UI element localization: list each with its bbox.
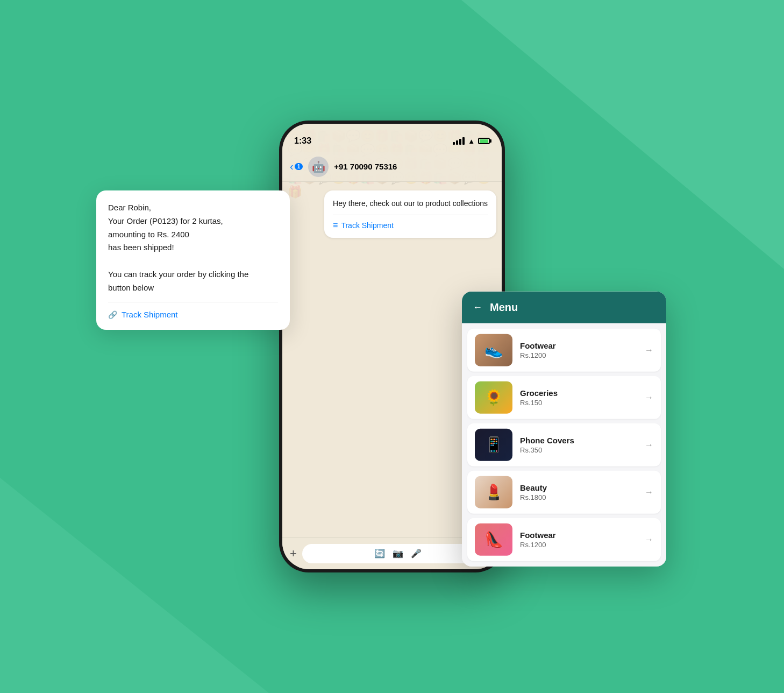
phone-covers-name: Phone Covers bbox=[520, 436, 637, 445]
footwear-1-info: Footwear Rs.1200 bbox=[520, 341, 637, 359]
greeting-line: Dear Robin, bbox=[108, 203, 151, 212]
order-line3: has been shipped! bbox=[108, 243, 174, 252]
signal-bar-3 bbox=[459, 139, 461, 145]
footwear-1-name: Footwear bbox=[520, 341, 637, 350]
avatar: 🤖 bbox=[308, 157, 329, 177]
status-icons: ▲ bbox=[453, 137, 490, 145]
battery-icon bbox=[478, 138, 490, 144]
menu-header: ← Menu bbox=[462, 292, 666, 323]
order-line5: You can track your order by clicking the bbox=[108, 270, 248, 279]
order-text: Dear Robin, Your Order (P0123) for 2 kur… bbox=[108, 201, 278, 294]
groceries-price: Rs.150 bbox=[520, 399, 637, 407]
groceries-name: Groceries bbox=[520, 388, 637, 398]
menu-card: ← Menu Footwear Rs.1200 → Groceries Rs.1… bbox=[462, 292, 666, 567]
back-button[interactable]: ‹ 1 bbox=[290, 160, 303, 173]
status-time: 1:33 bbox=[294, 136, 311, 146]
beauty-info: Beauty Rs.1800 bbox=[520, 483, 637, 501]
chat-bubble-1: Hey there, check out our to product coll… bbox=[324, 190, 496, 238]
notification-badge: 1 bbox=[295, 163, 303, 170]
list-icon: ≡ bbox=[333, 221, 338, 230]
menu-item-groceries[interactable]: Groceries Rs.150 → bbox=[467, 376, 661, 419]
signal-bar-4 bbox=[462, 137, 465, 145]
groceries-image bbox=[475, 381, 512, 414]
phone-covers-price: Rs.350 bbox=[520, 446, 637, 454]
beauty-name: Beauty bbox=[520, 483, 637, 492]
order-line1: Your Order (P0123) for 2 kurtas, bbox=[108, 216, 223, 225]
track-shipment-label-2: Track Shipment bbox=[122, 310, 177, 319]
signal-bar-2 bbox=[456, 140, 458, 145]
mic-icon: 🎤 bbox=[411, 548, 422, 558]
wifi-icon: ▲ bbox=[468, 137, 475, 145]
phone-covers-info: Phone Covers Rs.350 bbox=[520, 436, 637, 454]
phone-covers-arrow-icon: → bbox=[645, 440, 653, 450]
camera-icon: 📷 bbox=[393, 548, 403, 558]
sticker-icon: 🔄 bbox=[374, 548, 385, 558]
chevron-left-icon: ‹ bbox=[290, 160, 294, 173]
bubble-message-1: Hey there, check out our to product coll… bbox=[333, 199, 488, 208]
status-bar: 1:33 ▲ bbox=[282, 124, 502, 152]
battery-fill bbox=[480, 139, 488, 143]
order-line6: button below bbox=[108, 283, 154, 292]
groceries-arrow-icon: → bbox=[645, 393, 653, 402]
phone-covers-image bbox=[475, 429, 512, 461]
order-notification-bubble: Dear Robin, Your Order (P0123) for 2 kur… bbox=[96, 190, 290, 330]
groceries-info: Groceries Rs.150 bbox=[520, 388, 637, 407]
menu-item-footwear-2[interactable]: Footwear Rs.1200 → bbox=[467, 518, 661, 561]
plus-button[interactable]: + bbox=[290, 547, 297, 561]
chat-phone-number: +91 70090 75316 bbox=[334, 162, 397, 171]
menu-title: Menu bbox=[490, 301, 518, 314]
signal-icon bbox=[453, 137, 465, 145]
beauty-price: Rs.1800 bbox=[520, 493, 637, 501]
footwear-2-name: Footwear bbox=[520, 531, 637, 540]
beauty-arrow-icon: → bbox=[645, 487, 653, 497]
track-shipment-label-1: Track Shipment bbox=[341, 221, 394, 230]
scene-container: 😊🎁🛍️📦💬😊🎁🛍️📦💬😊🎁🛍️📦💬😊🎁🛍️📦💬😊🎁🛍️📦💬😊🎁🛍️📦💬😊🎁🛍️… bbox=[150, 83, 634, 610]
menu-item-footwear-1[interactable]: Footwear Rs.1200 → bbox=[467, 329, 661, 372]
footwear-2-arrow-icon: → bbox=[645, 535, 653, 544]
external-link-icon: 🔗 bbox=[108, 310, 117, 319]
footwear-1-price: Rs.1200 bbox=[520, 351, 637, 359]
menu-items-list: Footwear Rs.1200 → Groceries Rs.150 → Ph… bbox=[462, 323, 666, 567]
chat-header: ‹ 1 🤖 +91 70090 75316 bbox=[282, 152, 502, 182]
order-line2: amounting to Rs. 2400 bbox=[108, 230, 189, 239]
footwear-2-price: Rs.1200 bbox=[520, 541, 637, 549]
footwear-1-arrow-icon: → bbox=[645, 345, 653, 355]
bubble-text-1: Hey there, check out our to product coll… bbox=[333, 198, 488, 209]
track-shipment-link-2[interactable]: 🔗 Track Shipment bbox=[108, 302, 278, 319]
footwear-2-image bbox=[475, 524, 512, 556]
menu-back-icon[interactable]: ← bbox=[473, 302, 482, 313]
beauty-image bbox=[475, 476, 512, 508]
footwear-1-image bbox=[475, 334, 512, 366]
menu-item-phone-covers[interactable]: Phone Covers Rs.350 → bbox=[467, 423, 661, 466]
track-shipment-link-1[interactable]: ≡ Track Shipment bbox=[333, 215, 488, 230]
menu-item-beauty[interactable]: Beauty Rs.1800 → bbox=[467, 471, 661, 514]
signal-bar-1 bbox=[453, 142, 455, 145]
footwear-2-info: Footwear Rs.1200 bbox=[520, 531, 637, 549]
